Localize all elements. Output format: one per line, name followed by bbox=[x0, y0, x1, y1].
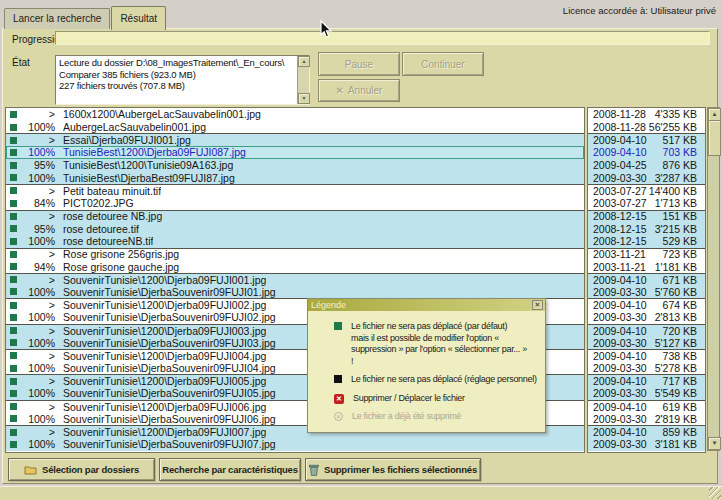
file-size: 619 KB bbox=[663, 401, 697, 413]
table-row-meta[interactable]: 2008-12-15151 KB bbox=[588, 210, 705, 223]
table-row[interactable]: >SouvenirTunisie\1200\Djerba09FUJI001.jp… bbox=[6, 273, 584, 286]
green-square-icon bbox=[10, 378, 17, 385]
table-row-meta[interactable]: 2009-03-305'549 KB bbox=[588, 387, 705, 400]
gray-deleted-icon bbox=[334, 412, 343, 421]
table-row-meta[interactable]: 2008-11-284'335 KB bbox=[588, 108, 705, 121]
table-row[interactable]: 94%Rose grisone gauche.jpg bbox=[6, 260, 584, 273]
table-row-meta[interactable]: 2009-03-303'287 KB bbox=[588, 171, 705, 184]
table-row-meta[interactable]: 2009-04-10717 KB bbox=[588, 374, 705, 387]
list-scrollbar[interactable]: ▲ ▼ bbox=[707, 107, 720, 451]
table-row-meta[interactable]: 2009-03-303'181 KB bbox=[588, 438, 705, 451]
file-size: 2'819 KB bbox=[655, 413, 697, 425]
table-row-meta[interactable]: 2008-11-2856'255 KB bbox=[588, 121, 705, 134]
table-row-meta[interactable]: 2003-11-21723 KB bbox=[588, 248, 705, 261]
table-row-meta[interactable]: 2009-04-10720 KB bbox=[588, 324, 705, 337]
file-name: SouvenirTunisie\1200\Djerba09FUJI003.jpg bbox=[63, 325, 266, 337]
delete-selected-files-button[interactable]: Supprimer les fichiers sélectionnés bbox=[305, 458, 481, 481]
table-row-meta[interactable]: 2009-04-10703 KB bbox=[588, 146, 705, 159]
table-row-meta[interactable]: 2009-03-305'278 KB bbox=[588, 362, 705, 375]
table-row[interactable]: 100%SouvenirTunisie\DjerbaSouvenir09FUJI… bbox=[6, 286, 584, 299]
table-row-meta[interactable]: 2009-03-305'127 KB bbox=[588, 336, 705, 349]
file-name: SouvenirTunisie\1200\Djerba09FUJI005.jpg bbox=[63, 375, 266, 387]
table-row-meta[interactable]: 2009-04-10619 KB bbox=[588, 400, 705, 413]
file-size: 717 KB bbox=[663, 375, 697, 387]
match-percent: 100% bbox=[25, 438, 55, 450]
table-row-meta[interactable]: 2009-04-10674 KB bbox=[588, 298, 705, 311]
table-row-meta[interactable]: 2009-04-10738 KB bbox=[588, 349, 705, 362]
table-row-meta[interactable]: 2003-07-2714'400 KB bbox=[588, 184, 705, 197]
search-by-criteria-button[interactable]: Recherche par caractéristiques bbox=[159, 458, 301, 481]
green-square-icon bbox=[10, 429, 17, 436]
file-size: 674 KB bbox=[663, 299, 697, 311]
status-box[interactable]: Lecture du dossier D:\08_ImagesTraitemen… bbox=[55, 55, 310, 105]
file-date: 2009-03-30 bbox=[593, 311, 647, 323]
table-row[interactable]: >Essai\Djerba09FUJI001.jpg bbox=[6, 133, 584, 146]
table-row-meta[interactable]: 2009-03-302'819 KB bbox=[588, 413, 705, 426]
table-row[interactable]: 100%AubergeLacSauvabelin001.jpg bbox=[6, 121, 584, 134]
table-row[interactable]: >Rose grisone 256gris.jpg bbox=[6, 248, 584, 261]
green-square-icon bbox=[10, 365, 17, 372]
table-row-meta[interactable]: 2009-04-10671 KB bbox=[588, 273, 705, 286]
file-date: 2009-03-30 bbox=[593, 438, 647, 450]
table-row[interactable]: 95%TunisieBest\1200\Tunisie09A163.jpg bbox=[6, 159, 584, 172]
file-name: SouvenirTunisie\DjerbaSouvenir09FUJI01.j… bbox=[63, 286, 276, 298]
file-name: TunisieBest\DjerbaBest09FUJI87.jpg bbox=[63, 172, 235, 184]
table-row[interactable]: 84%PICT0202.JPG bbox=[6, 197, 584, 210]
table-row-meta[interactable]: 2009-03-305'760 KB bbox=[588, 286, 705, 299]
green-square-icon bbox=[10, 174, 17, 181]
table-row-meta[interactable]: 2009-03-302'813 KB bbox=[588, 311, 705, 324]
match-percent: 100% bbox=[25, 362, 55, 374]
continue-button[interactable]: Continuer bbox=[402, 52, 484, 76]
table-row-meta[interactable]: 2009-04-10517 KB bbox=[588, 133, 705, 146]
scroll-down-icon[interactable]: ▼ bbox=[298, 93, 310, 104]
file-date: 2009-03-30 bbox=[593, 413, 647, 425]
table-row-meta[interactable]: 2009-04-10859 KB bbox=[588, 425, 705, 438]
table-row[interactable]: 100%SouvenirTunisie\DjerbaSouvenir09FUJI… bbox=[6, 438, 584, 451]
tab-lancer-la-recherche[interactable]: Lancer la recherche bbox=[4, 8, 110, 29]
table-row[interactable]: 95%rose detouree.tif bbox=[6, 222, 584, 235]
file-date: 2008-11-28 bbox=[593, 121, 646, 133]
table-row-meta[interactable]: 2009-04-25876 KB bbox=[588, 159, 705, 172]
legend-titlebar[interactable]: Légende ✕ bbox=[308, 299, 545, 311]
match-percent: > bbox=[25, 185, 55, 197]
file-size: 151 KB bbox=[663, 210, 697, 222]
table-row[interactable]: 100%TunisieBest\1200\Djerba09FUJI087.jpg bbox=[6, 146, 584, 159]
file-size: 5'760 KB bbox=[655, 286, 697, 298]
x-cross-icon: ✕ bbox=[336, 85, 344, 96]
file-date: 2003-07-27 bbox=[593, 197, 647, 209]
file-size: 720 KB bbox=[663, 325, 697, 337]
close-icon[interactable]: ✕ bbox=[532, 300, 543, 310]
file-date: 2009-04-10 bbox=[593, 350, 647, 362]
file-size: 517 KB bbox=[663, 134, 697, 146]
table-row[interactable]: 100%TunisieBest\DjerbaBest09FUJI87.jpg bbox=[6, 171, 584, 184]
green-square-icon bbox=[10, 276, 17, 283]
file-name: rose detouree.tif bbox=[63, 223, 139, 235]
table-row-meta[interactable]: 2008-12-15529 KB bbox=[588, 235, 705, 248]
pause-button[interactable]: Pause bbox=[318, 52, 400, 76]
table-row-meta[interactable]: 2008-12-153'215 KB bbox=[588, 222, 705, 235]
match-percent: > bbox=[25, 350, 55, 362]
table-row[interactable]: >Petit bateau minuit.tif bbox=[6, 184, 584, 197]
resize-grip-icon[interactable] bbox=[709, 487, 721, 499]
scroll-up-icon[interactable]: ▲ bbox=[298, 56, 310, 67]
green-square-icon bbox=[10, 263, 17, 270]
scroll-down-icon[interactable]: ▼ bbox=[708, 437, 721, 450]
file-name: 1600x1200\AubergeLacSauvabelin001.jpg bbox=[63, 108, 261, 120]
table-row[interactable]: >1600x1200\AubergeLacSauvabelin001.jpg bbox=[6, 108, 584, 121]
tab-r-sultat[interactable]: Résultat bbox=[111, 6, 166, 30]
file-size: 56'255 KB bbox=[649, 121, 697, 133]
file-name: SouvenirTunisie\1200\Djerba09FUJI004.jpg bbox=[63, 350, 266, 362]
match-percent: > bbox=[25, 299, 55, 311]
match-percent: > bbox=[25, 248, 55, 260]
table-row[interactable]: 100%rose detoureeNB.tif bbox=[6, 235, 584, 248]
table-row[interactable]: >rose detouree NB.jpg bbox=[6, 210, 584, 223]
scrollbar-thumb[interactable] bbox=[708, 120, 721, 156]
file-size: 738 KB bbox=[663, 350, 697, 362]
select-by-folders-button[interactable]: Sélection par dossiers bbox=[8, 458, 155, 481]
file-name: Rose grisone 256gris.jpg bbox=[63, 248, 179, 260]
status-scrollbar[interactable]: ▲ ▼ bbox=[297, 56, 309, 104]
table-row-meta[interactable]: 2003-07-271'713 KB bbox=[588, 197, 705, 210]
cancel-button[interactable]: ✕ Annuler bbox=[318, 79, 400, 102]
file-size: 876 KB bbox=[663, 159, 697, 171]
table-row-meta[interactable]: 2003-11-211'181 KB bbox=[588, 260, 705, 273]
